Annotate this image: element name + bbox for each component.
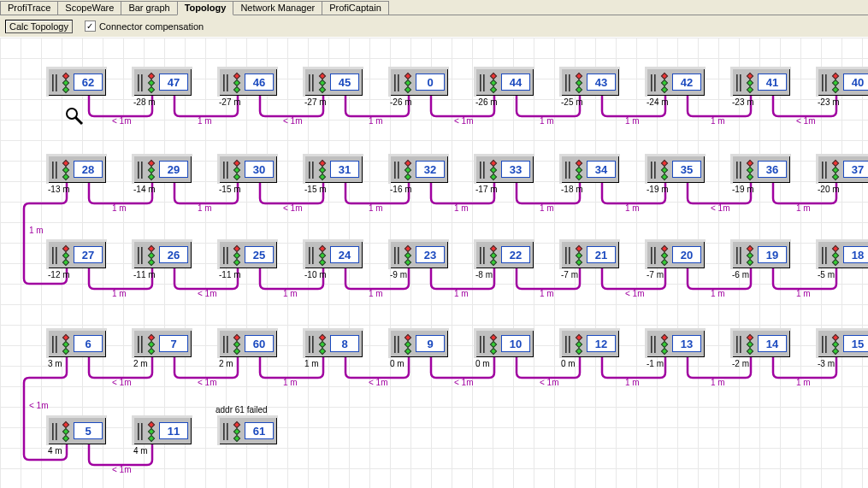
tab-network-manager[interactable]: Network Manager: [233, 1, 322, 15]
device-node[interactable]: 40-23 m: [818, 68, 868, 96]
device-node[interactable]: 25-11 m: [219, 241, 277, 268]
device-address: 41: [758, 73, 787, 91]
device-node[interactable]: 61: [219, 417, 277, 444]
device-node[interactable]: 24-10 m: [304, 241, 363, 268]
device-node[interactable]: 45-27 m: [304, 68, 363, 96]
connector-icon: [822, 162, 830, 179]
device-node[interactable]: 13-1 m: [647, 330, 705, 357]
segment-length-label: 1 m: [796, 289, 811, 298]
device-node[interactable]: 21-7 m: [561, 241, 619, 268]
tab-bar-graph[interactable]: Bar graph: [121, 1, 177, 15]
led-icon: [747, 246, 753, 265]
device-node[interactable]: 34-18 m: [561, 156, 619, 183]
connector-icon: [651, 162, 659, 179]
led-icon: [491, 73, 496, 92]
device-node[interactable]: 62: [48, 68, 106, 96]
distance-label: 0 m: [475, 359, 490, 368]
device-node[interactable]: 602 m: [219, 330, 277, 357]
device-node[interactable]: 72 m: [133, 330, 192, 357]
device-node[interactable]: 32-16 m: [390, 156, 448, 183]
segment-length-label: 1 m: [711, 289, 725, 298]
device-node[interactable]: 36-19 m: [732, 156, 790, 183]
tab-topology[interactable]: Topology: [177, 1, 234, 15]
device-body: 18: [818, 241, 868, 268]
led-icon: [234, 335, 239, 354]
device-node[interactable]: 120 m: [561, 330, 619, 357]
device-node[interactable]: 42-24 m: [647, 68, 705, 96]
distance-label: -26 m: [390, 97, 412, 107]
distance-label: 2 m: [219, 359, 233, 368]
device-address: 60: [245, 335, 274, 352]
led-icon: [833, 246, 838, 265]
device-node[interactable]: 23-9 m: [390, 241, 448, 268]
device-node[interactable]: 81 m: [304, 330, 363, 357]
tab-proficaptain[interactable]: ProfiCaptain: [322, 1, 389, 15]
distance-label: 2 m: [133, 359, 148, 368]
led-icon: [747, 335, 753, 354]
device-node[interactable]: 20-7 m: [647, 241, 705, 268]
led-icon: [662, 73, 667, 92]
device-node[interactable]: 28-13 m: [48, 156, 106, 183]
device-body: 62: [48, 68, 106, 96]
device-body: 61: [219, 417, 277, 444]
connector-icon: [565, 74, 574, 91]
connector-icon: [394, 247, 403, 264]
connector-icon: [138, 423, 146, 440]
led-icon: [320, 161, 325, 179]
device-node[interactable]: 35-19 m: [647, 156, 705, 183]
tab-scopeware[interactable]: ScopeWare: [57, 1, 121, 15]
device-node[interactable]: 54 m: [48, 417, 106, 444]
device-node[interactable]: 100 m: [475, 330, 534, 357]
segment-length-label: < 1m: [454, 116, 474, 126]
device-node[interactable]: 15-3 m: [818, 330, 868, 357]
device-node[interactable]: 46-27 m: [219, 68, 277, 96]
led-icon: [576, 161, 582, 179]
device-node[interactable]: 63 m: [48, 330, 106, 357]
device-body: 30: [219, 156, 277, 183]
device-node[interactable]: 41-23 m: [732, 68, 790, 96]
tab-profitrace[interactable]: ProfiTrace: [0, 1, 58, 15]
connector-compensation-checkbox[interactable]: ✓ Connector compensation: [85, 21, 204, 32]
device-node[interactable]: 22-8 m: [475, 241, 534, 268]
connector-icon: [565, 336, 574, 353]
calc-topology-button[interactable]: Calc Topology: [5, 20, 73, 33]
device-node[interactable]: 30-15 m: [219, 156, 277, 183]
segment-length-label: < 1m: [796, 116, 816, 126]
checkbox-label: Connector compensation: [99, 21, 204, 32]
device-node[interactable]: 18-5 m: [818, 241, 868, 268]
device-node[interactable]: 14-2 m: [732, 330, 790, 357]
device-node[interactable]: 26-11 m: [133, 241, 192, 268]
device-node[interactable]: 90 m: [390, 330, 448, 357]
device-node[interactable]: 47-28 m: [133, 68, 192, 96]
segment-length-label: < 1m: [283, 203, 303, 213]
device-node[interactable]: 43-25 m: [561, 68, 619, 96]
distance-label: 3 m: [48, 359, 62, 368]
device-address: 33: [501, 161, 530, 178]
device-node[interactable]: 44-26 m: [475, 68, 534, 96]
segment-length-label: 1 m: [796, 203, 811, 213]
connector-icon: [651, 74, 659, 91]
topology-canvas[interactable]: 6247-28 m46-27 m45-27 m0-26 m44-26 m43-2…: [0, 38, 868, 488]
connector-icon: [138, 74, 146, 91]
segment-length-label: < 1m: [198, 378, 217, 387]
connector-icon: [309, 247, 317, 264]
device-node[interactable]: 114 m: [133, 417, 192, 444]
device-node[interactable]: 37-20 m: [818, 156, 868, 183]
connector-icon: [394, 336, 403, 353]
device-address: 22: [501, 246, 530, 263]
device-body: 8: [304, 330, 363, 357]
device-node[interactable]: 29-14 m: [133, 156, 192, 183]
connector-icon: [480, 162, 488, 179]
device-address: 34: [587, 161, 616, 178]
device-address: 30: [245, 161, 274, 178]
device-node[interactable]: 27-12 m: [48, 241, 106, 268]
device-address: 18: [843, 246, 868, 263]
device-node[interactable]: 0-26 m: [390, 68, 448, 96]
connector-icon: [52, 423, 61, 440]
device-node[interactable]: 31-15 m: [304, 156, 363, 183]
led-icon: [63, 161, 68, 179]
segment-length-label: < 1m: [29, 401, 49, 410]
led-icon: [833, 335, 838, 354]
device-node[interactable]: 33-17 m: [475, 156, 534, 183]
device-node[interactable]: 19-6 m: [732, 241, 790, 268]
